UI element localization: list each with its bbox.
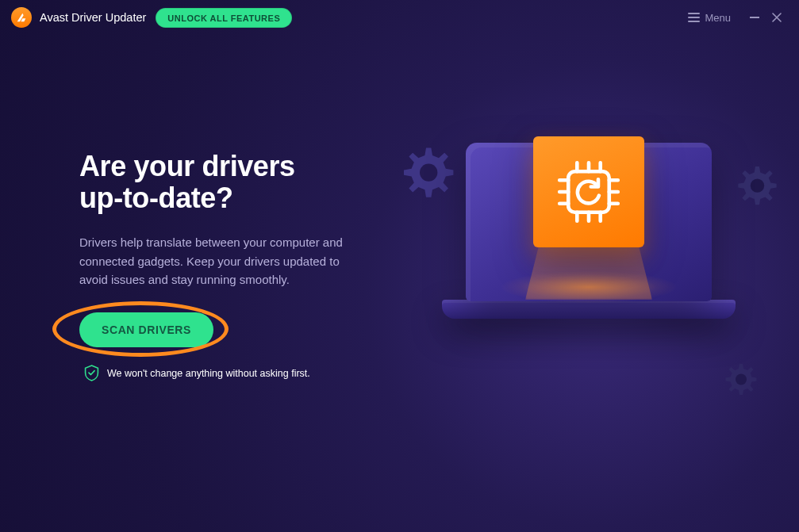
assurance-text: We won't change anything without asking … bbox=[107, 368, 310, 379]
assurance-row: We won't change anything without asking … bbox=[84, 365, 397, 381]
avast-logo-icon bbox=[11, 7, 32, 28]
minimize-icon bbox=[750, 17, 759, 18]
svg-rect-3 bbox=[568, 171, 609, 212]
chip-refresh-icon bbox=[533, 136, 644, 247]
page-heading: Are your drivers up-to-date? bbox=[79, 151, 397, 215]
unlock-all-features-button[interactable]: UNLOCK ALL FEATURES bbox=[156, 8, 292, 28]
page-description: Drivers help translate between your comp… bbox=[79, 233, 365, 289]
heading-line-2: up-to-date? bbox=[79, 182, 233, 214]
hamburger-icon bbox=[688, 13, 700, 22]
gear-icon bbox=[720, 361, 759, 400]
hero-illustration bbox=[386, 119, 767, 404]
shield-check-icon bbox=[84, 365, 99, 381]
scan-drivers-button[interactable]: SCAN DRIVERS bbox=[79, 312, 213, 347]
svg-point-1 bbox=[751, 178, 764, 192]
svg-point-2 bbox=[736, 374, 747, 385]
menu-button[interactable]: Menu bbox=[688, 12, 731, 24]
menu-label: Menu bbox=[705, 12, 731, 24]
title-bar: Avast Driver Updater UNLOCK ALL FEATURES… bbox=[0, 0, 799, 35]
gear-icon bbox=[731, 163, 780, 212]
close-icon bbox=[772, 13, 782, 22]
gear-icon bbox=[394, 143, 458, 206]
app-title: Avast Driver Updater bbox=[40, 11, 146, 24]
window-minimize-button[interactable] bbox=[743, 6, 766, 29]
svg-point-0 bbox=[420, 163, 437, 181]
heading-line-1: Are your drivers bbox=[79, 150, 295, 182]
window-close-button[interactable] bbox=[766, 6, 788, 29]
laptop-illustration bbox=[442, 143, 736, 319]
